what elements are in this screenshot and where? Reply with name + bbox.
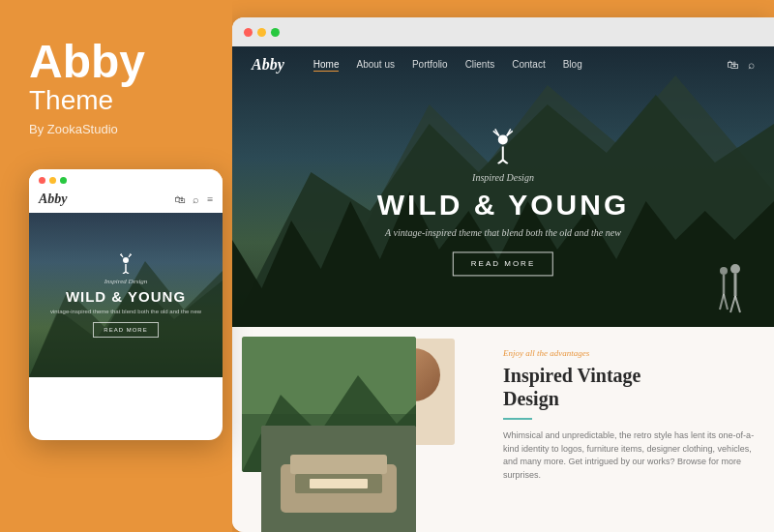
desktop-read-more-button[interactable]: READ MORE: [453, 251, 553, 276]
svg-point-14: [730, 264, 740, 274]
mobile-dot-green: [60, 177, 67, 184]
svg-rect-37: [310, 479, 368, 488]
desktop-browser-bar: [232, 17, 774, 46]
left-panel: Abby Theme By ZookaStudio Abby 🛍 ⌕ ≡: [0, 0, 232, 532]
nav-link-clients[interactable]: Clients: [465, 59, 495, 72]
nav-link-contact[interactable]: Contact: [512, 59, 545, 72]
svg-line-3: [123, 272, 126, 274]
browser-dot-red: [244, 28, 253, 37]
browser-dot-yellow: [257, 28, 266, 37]
mobile-menu-icon: ≡: [207, 193, 213, 205]
mobile-deer-icon: [116, 252, 135, 278]
mobile-browser-bar: [29, 169, 223, 188]
svg-point-18: [720, 267, 728, 275]
mobile-hero-sub: vintage-inspired theme that blend both t…: [41, 309, 211, 314]
desktop-hero-sub: A vintage-inspired theme that blend both…: [377, 227, 629, 238]
mobile-logo: Abby: [39, 192, 68, 207]
desktop-nav-links: Home About us Portfolio Clients Contact …: [313, 59, 727, 72]
theme-title: Abby Theme: [29, 39, 203, 122]
svg-line-20: [720, 294, 724, 310]
mobile-navbar: Abby 🛍 ⌕ ≡: [29, 188, 223, 213]
nav-link-about[interactable]: About us: [356, 59, 394, 72]
vintage-design-title: Inspired Vintage Design: [503, 364, 755, 410]
desktop-hero: Abby Home About us Portfolio Clients Con…: [232, 46, 774, 327]
mobile-inspired-text: Inspired Design: [104, 278, 148, 285]
mobile-dot-red: [39, 177, 45, 184]
nav-link-blog[interactable]: Blog: [563, 59, 582, 72]
browser-dot-green: [271, 28, 280, 37]
bottom-text-section: Enjoy all the advantages Inspired Vintag…: [484, 327, 774, 532]
vintage-description: Whimsical and unpredictable, the retro s…: [503, 429, 755, 482]
desktop-hero-title: WILD & YOUNG: [377, 189, 629, 222]
mobile-dot-yellow: [49, 177, 56, 184]
desktop-nav-icons: 🛍 ⌕: [727, 58, 755, 73]
mobile-mockup: Abby 🛍 ⌕ ≡: [29, 169, 223, 440]
svg-point-25: [497, 134, 507, 144]
by-label: By ZookaStudio: [29, 122, 203, 136]
people-silhouette: [706, 259, 755, 317]
teal-divider: [503, 418, 532, 420]
mobile-read-more-button[interactable]: READ MORE: [93, 322, 158, 338]
enjoy-label: Enjoy all the advantages: [503, 348, 755, 358]
svg-point-5: [123, 257, 129, 263]
bottom-images: [232, 327, 484, 532]
svg-line-24: [502, 160, 507, 163]
mobile-search-icon: ⌕: [193, 193, 199, 205]
mobile-hero: Inspired Design WILD & YOUNG vintage-ins…: [29, 213, 223, 377]
desktop-navbar: Abby Home About us Portfolio Clients Con…: [232, 46, 774, 83]
svg-rect-36: [290, 455, 387, 474]
nav-link-portfolio[interactable]: Portfolio: [412, 59, 448, 72]
svg-line-21: [724, 294, 728, 310]
svg-line-17: [735, 296, 740, 312]
mobile-hero-title: WILD & YOUNG: [66, 289, 186, 306]
image-typewriter: [261, 426, 416, 532]
desktop-search-icon[interactable]: ⌕: [748, 58, 755, 73]
nav-link-home[interactable]: Home: [313, 59, 340, 72]
desktop-deer-icon: [377, 127, 629, 170]
desktop-inspired-text: Inspired Design: [377, 172, 629, 183]
desktop-logo: Abby: [252, 56, 284, 74]
desktop-hero-content: Inspired Design WILD & YOUNG A vintage-i…: [377, 127, 629, 276]
desktop-bottom-section: Enjoy all the advantages Inspired Vintag…: [232, 327, 774, 532]
mobile-cart-icon: 🛍: [174, 193, 185, 205]
svg-line-4: [126, 272, 129, 274]
mobile-nav-icons: 🛍 ⌕ ≡: [174, 193, 213, 205]
desktop-mockup: Abby Home About us Portfolio Clients Con…: [232, 17, 774, 532]
svg-line-23: [497, 160, 502, 163]
svg-line-16: [730, 296, 735, 312]
desktop-cart-icon[interactable]: 🛍: [727, 58, 738, 73]
